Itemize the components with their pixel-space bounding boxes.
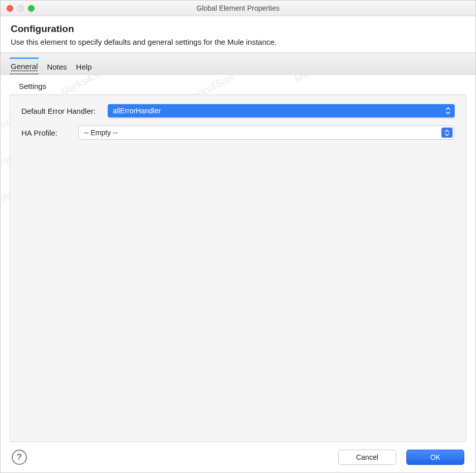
help-icon[interactable]: ? <box>12 450 27 465</box>
ha-profile-select[interactable]: -- Empty -- <box>78 125 455 140</box>
header: Configuration Use this element to specif… <box>1 16 475 52</box>
help-glyph: ? <box>17 452 22 462</box>
default-error-handler-combo[interactable]: allErrorHandler <box>108 104 455 117</box>
tab-help[interactable]: Help <box>75 59 93 74</box>
window-title: Global Element Properties <box>1 4 475 12</box>
cancel-label: Cancel <box>356 453 378 461</box>
row-default-error-handler: Default Error Handler: allErrorHandler <box>21 104 455 117</box>
tab-notes[interactable]: Notes <box>46 59 68 74</box>
settings-panel: Default Error Handler: allErrorHandler H… <box>10 94 466 442</box>
cancel-button[interactable]: Cancel <box>338 450 396 465</box>
chevron-updown-icon <box>441 128 453 138</box>
titlebar: Global Element Properties <box>1 1 475 16</box>
dialog-footer: ? Cancel OK <box>1 442 475 472</box>
row-ha-profile: HA Profile: -- Empty -- <box>21 125 455 140</box>
tab-general[interactable]: General <box>10 57 39 74</box>
label-ha-profile: HA Profile: <box>21 129 78 137</box>
settings-group-label: Settings <box>19 82 466 90</box>
tab-label: Notes <box>47 62 67 71</box>
page-title: Configuration <box>11 23 465 35</box>
default-error-handler-value: allErrorHandler <box>113 107 161 115</box>
dialog-window: Global Element Properties Configuration … <box>0 0 476 473</box>
ok-label: OK <box>430 453 440 461</box>
label-default-error-handler: Default Error Handler: <box>21 107 108 115</box>
content-area: Settings Default Error Handler: allError… <box>1 75 475 442</box>
tab-strip: General Notes Help <box>1 52 475 75</box>
ha-profile-value: -- Empty -- <box>84 129 117 137</box>
tab-label: Help <box>76 62 92 71</box>
ok-button[interactable]: OK <box>406 450 464 465</box>
tab-label: General <box>11 62 38 71</box>
page-description: Use this element to specify defaults and… <box>11 38 465 46</box>
chevron-updown-icon <box>444 106 452 115</box>
